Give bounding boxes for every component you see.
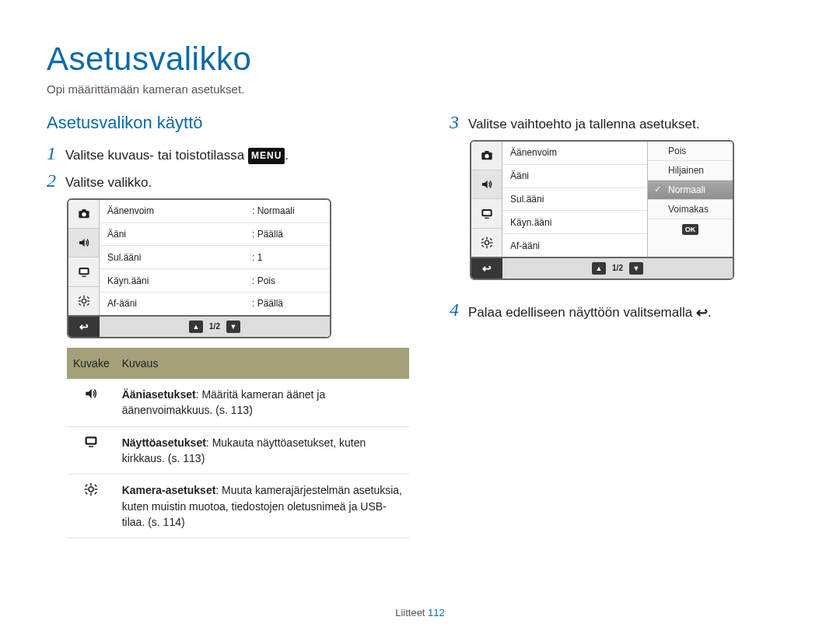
menu-row-value: : 1 — [252, 252, 330, 263]
step-number: 4 — [450, 300, 468, 319]
gear-icon[interactable] — [68, 287, 99, 315]
step-4: 4 Palaa edelliseen näyttöön valitsemalla… — [450, 300, 784, 322]
step-2: 2 Valitse valikko. — [47, 171, 412, 192]
step-number: 1 — [47, 144, 65, 163]
icon-description-table: Kuvake Kuvaus Ääniasetukset: Määritä kam… — [67, 348, 409, 538]
display-icon[interactable] — [68, 257, 99, 286]
row-desc-bold: Ääniasetukset — [122, 388, 196, 401]
menu-row-value: : Päällä — [252, 229, 330, 240]
pager: ▲ 1/2 ▼ — [502, 262, 733, 275]
camera-footer: ↩ ▲ 1/2 ▼ — [471, 258, 733, 278]
page-down-button[interactable]: ▼ — [226, 321, 240, 333]
gear-icon — [67, 475, 116, 538]
step-text-part: Palaa edelliseen näyttöön valitsemalla — [468, 305, 696, 320]
camera-sidebar — [68, 200, 100, 315]
table-row: Ääniasetukset: Määritä kameran äänet ja … — [67, 379, 409, 426]
head-desc: Kuvaus — [116, 348, 409, 379]
display-icon[interactable] — [471, 199, 502, 228]
menu-row-label: Af-ääni — [100, 298, 252, 309]
ok-button[interactable]: OK — [682, 224, 699, 235]
option-label: Normaali — [668, 184, 705, 195]
menu-row[interactable]: Käyn.ääni — [502, 211, 647, 234]
menu-row[interactable]: Af-ääni — [502, 234, 647, 257]
page-subtitle: Opi määrittämään kameran asetukset. — [47, 82, 793, 96]
option-label: Hiljainen — [668, 165, 704, 176]
step-3: 3 Valitse vaihtoehto ja tallenna asetuks… — [450, 113, 784, 134]
menu-row-value: : Päällä — [252, 298, 330, 309]
step-text: Valitse vaihtoehto ja tallenna asetukset… — [468, 113, 699, 134]
option-label: Voimakas — [668, 204, 709, 215]
step-text-part: . — [285, 148, 289, 163]
table-row: Näyttöasetukset: Mukauta näyttöasetukset… — [67, 426, 409, 475]
menu-row-label: Sul.ääni — [502, 194, 647, 205]
menu-row-label: Käyn.ääni — [100, 275, 252, 286]
step-text: Valitse kuvaus- tai toistotilassa MENU. — [65, 144, 289, 165]
option-ok-row: OK — [648, 219, 733, 257]
right-column: 3 Valitse vaihtoehto ja tallenna asetuks… — [450, 113, 784, 538]
back-button[interactable]: ↩ — [68, 317, 100, 337]
step-text-part: Valitse kuvaus- tai toistotilassa — [65, 148, 248, 163]
menu-row[interactable]: Käyn.ääni: Pois — [100, 269, 330, 292]
menu-row[interactable]: Ääni — [502, 165, 647, 188]
menu-row[interactable]: Ääni: Päällä — [100, 223, 330, 247]
camera-icon[interactable] — [68, 200, 99, 229]
menu-row[interactable]: Sul.ääni — [502, 188, 647, 212]
table-header: Kuvake Kuvaus — [67, 348, 409, 379]
row-desc-bold: Kamera-asetukset — [122, 484, 216, 496]
page-indicator: 1/2 — [206, 322, 223, 331]
menu-row[interactable]: Äänenvoim: Normaali — [100, 200, 330, 223]
left-column: Asetusvalikon käyttö 1 Valitse kuvaus- t… — [47, 113, 412, 538]
head-icon: Kuvake — [67, 348, 116, 379]
menu-row[interactable]: Äänenvoim — [502, 142, 647, 165]
page-down-button[interactable]: ▼ — [629, 262, 643, 275]
step-text: Valitse valikko. — [65, 171, 152, 192]
menu-row-label: Af-ääni — [502, 240, 647, 251]
gear-icon[interactable] — [471, 229, 502, 257]
section-heading: Asetusvalikon käyttö — [47, 113, 412, 133]
camera-menu-list: Äänenvoim: Normaali Ääni: Päällä Sul.ään… — [100, 200, 330, 315]
row-desc: Ääniasetukset: Määritä kameran äänet ja … — [116, 379, 409, 426]
camera-sidebar — [471, 142, 502, 257]
step-number: 2 — [47, 171, 65, 190]
menu-row-label: Ääni — [502, 170, 647, 181]
row-desc: Kamera-asetukset: Muuta kamerajärjestelm… — [116, 475, 409, 538]
step-1: 1 Valitse kuvaus- tai toistotilassa MENU… — [47, 144, 412, 165]
back-button[interactable]: ↩ — [471, 258, 502, 278]
step-number: 3 — [450, 113, 468, 131]
camera-screen-menu: Äänenvoim: Normaali Ääni: Päällä Sul.ään… — [67, 198, 331, 338]
footer-label: Liitteet — [395, 607, 425, 618]
option-row-selected[interactable]: ✓Normaali — [648, 180, 733, 200]
camera-menu-list: Äänenvoim Ääni Sul.ääni Käyn.ääni Af-ään… — [502, 142, 647, 257]
table-row: Kamera-asetukset: Muuta kamerajärjestelm… — [67, 475, 409, 538]
menu-row-value: : Pois — [252, 275, 330, 286]
option-row[interactable]: Hiljainen — [648, 161, 733, 180]
pager: ▲ 1/2 ▼ — [100, 321, 330, 333]
page-title: Asetusvalikko — [47, 40, 793, 78]
page-up-button[interactable]: ▲ — [189, 321, 203, 333]
row-desc: Näyttöasetukset: Mukauta näyttöasetukset… — [116, 426, 409, 475]
page-indicator: 1/2 — [609, 264, 626, 272]
menu-row[interactable]: Af-ääni: Päällä — [100, 292, 330, 315]
page-up-button[interactable]: ▲ — [592, 262, 606, 275]
option-label: Pois — [668, 145, 686, 156]
menu-row-label: Äänenvoim — [502, 147, 647, 158]
camera-icon[interactable] — [471, 142, 502, 170]
check-icon: ✓ — [654, 184, 665, 194]
option-row[interactable]: Pois — [648, 142, 733, 161]
step-text: Palaa edelliseen näyttöön valitsemalla ↩… — [468, 300, 712, 322]
row-desc-bold: Näyttöasetukset — [122, 436, 206, 449]
step-text-part: . — [708, 305, 712, 320]
speaker-icon[interactable] — [471, 170, 502, 199]
menu-row-label: Sul.ääni — [100, 252, 252, 263]
menu-row-label: Ääni — [100, 229, 252, 240]
menu-icon: MENU — [248, 148, 285, 163]
back-icon: ↩ — [696, 303, 708, 322]
camera-option-list: Pois Hiljainen ✓Normaali Voimakas OK — [647, 142, 733, 257]
option-row[interactable]: Voimakas — [648, 200, 733, 219]
menu-row[interactable]: Sul.ääni: 1 — [100, 246, 330, 269]
camera-footer: ↩ ▲ 1/2 ▼ — [68, 317, 330, 337]
speaker-icon — [67, 379, 116, 426]
speaker-icon[interactable] — [68, 229, 99, 257]
page-footer: Liitteet 112 — [0, 607, 840, 618]
footer-page-number: 112 — [428, 607, 445, 618]
